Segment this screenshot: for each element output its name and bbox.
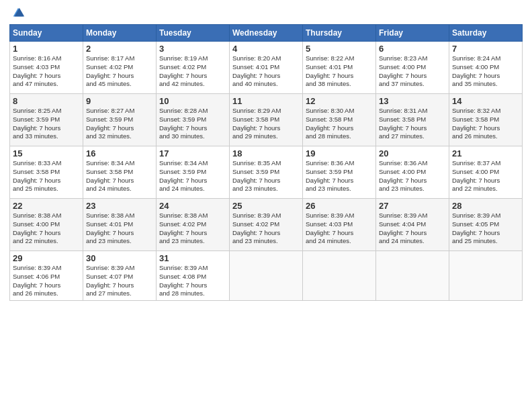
day-number: 4 [232, 44, 300, 54]
weekday-header-saturday: Saturday [449, 25, 523, 42]
day-number: 13 [379, 96, 446, 106]
calendar-cell: 16Sunrise: 8:34 AM Sunset: 3:58 PM Dayli… [83, 146, 157, 199]
day-info: Sunrise: 8:36 AM Sunset: 4:00 PM Dayligh… [379, 159, 446, 193]
day-number: 1 [13, 44, 80, 54]
calendar-cell: 2Sunrise: 8:17 AM Sunset: 4:02 PM Daylig… [83, 42, 157, 94]
calendar-cell: 1Sunrise: 8:16 AM Sunset: 4:03 PM Daylig… [10, 42, 83, 94]
day-number: 21 [452, 148, 519, 158]
week-row-5: 29Sunrise: 8:39 AM Sunset: 4:06 PM Dayli… [10, 251, 523, 301]
day-number: 6 [379, 44, 446, 54]
calendar-cell: 13Sunrise: 8:31 AM Sunset: 3:58 PM Dayli… [376, 94, 449, 146]
day-info: Sunrise: 8:16 AM Sunset: 4:03 PM Dayligh… [13, 54, 80, 89]
calendar-header: SundayMondayTuesdayWednesdayThursdayFrid… [10, 25, 523, 42]
day-info: Sunrise: 8:39 AM Sunset: 4:07 PM Dayligh… [86, 264, 153, 298]
day-number: 27 [379, 201, 446, 211]
day-info: Sunrise: 8:33 AM Sunset: 3:58 PM Dayligh… [13, 159, 80, 193]
day-info: Sunrise: 8:27 AM Sunset: 3:59 PM Dayligh… [86, 107, 153, 141]
day-info: Sunrise: 8:38 AM Sunset: 4:02 PM Dayligh… [159, 212, 226, 246]
day-number: 29 [13, 253, 80, 263]
calendar-cell: 20Sunrise: 8:36 AM Sunset: 4:00 PM Dayli… [376, 146, 449, 199]
day-info: Sunrise: 8:35 AM Sunset: 3:59 PM Dayligh… [232, 159, 300, 193]
day-number: 10 [159, 96, 226, 106]
header [9, 7, 523, 20]
calendar-cell: 27Sunrise: 8:39 AM Sunset: 4:04 PM Dayli… [376, 199, 449, 251]
day-info: Sunrise: 8:34 AM Sunset: 3:58 PM Dayligh… [86, 159, 153, 193]
day-number: 2 [86, 44, 153, 54]
day-number: 17 [159, 148, 226, 158]
calendar-cell [376, 251, 449, 301]
day-number: 8 [13, 96, 80, 106]
calendar-table: SundayMondayTuesdayWednesdayThursdayFrid… [9, 24, 523, 301]
calendar-cell: 15Sunrise: 8:33 AM Sunset: 3:58 PM Dayli… [10, 146, 83, 199]
weekday-header-wednesday: Wednesday [230, 25, 303, 42]
day-info: Sunrise: 8:39 AM Sunset: 4:03 PM Dayligh… [306, 212, 373, 246]
day-info: Sunrise: 8:39 AM Sunset: 4:05 PM Dayligh… [452, 212, 519, 246]
weekday-header-monday: Monday [83, 25, 157, 42]
day-number: 9 [86, 96, 153, 106]
weekday-header-tuesday: Tuesday [157, 25, 230, 42]
day-info: Sunrise: 8:39 AM Sunset: 4:06 PM Dayligh… [13, 264, 80, 298]
day-info: Sunrise: 8:39 AM Sunset: 4:08 PM Dayligh… [159, 264, 226, 298]
day-number: 11 [232, 96, 300, 106]
calendar-cell: 23Sunrise: 8:38 AM Sunset: 4:01 PM Dayli… [83, 199, 157, 251]
day-number: 14 [452, 96, 519, 106]
day-number: 12 [306, 96, 373, 106]
calendar-cell: 24Sunrise: 8:38 AM Sunset: 4:02 PM Dayli… [157, 199, 230, 251]
calendar-cell: 29Sunrise: 8:39 AM Sunset: 4:06 PM Dayli… [10, 251, 83, 301]
day-number: 26 [306, 201, 373, 211]
calendar-cell: 8Sunrise: 8:25 AM Sunset: 3:59 PM Daylig… [10, 94, 83, 146]
day-info: Sunrise: 8:38 AM Sunset: 4:01 PM Dayligh… [86, 212, 153, 246]
calendar-cell: 17Sunrise: 8:34 AM Sunset: 3:59 PM Dayli… [157, 146, 230, 199]
day-number: 30 [86, 253, 153, 263]
day-number: 18 [232, 148, 300, 158]
day-number: 31 [159, 253, 226, 263]
day-info: Sunrise: 8:29 AM Sunset: 3:58 PM Dayligh… [232, 107, 300, 141]
calendar-cell: 12Sunrise: 8:30 AM Sunset: 3:58 PM Dayli… [303, 94, 376, 146]
day-info: Sunrise: 8:36 AM Sunset: 3:59 PM Dayligh… [306, 159, 373, 193]
calendar-cell [230, 251, 303, 301]
weekday-header-thursday: Thursday [303, 25, 376, 42]
day-number: 19 [306, 148, 373, 158]
day-number: 24 [159, 201, 226, 211]
day-info: Sunrise: 8:19 AM Sunset: 4:02 PM Dayligh… [159, 54, 226, 89]
calendar-cell: 22Sunrise: 8:38 AM Sunset: 4:00 PM Dayli… [10, 199, 83, 251]
day-info: Sunrise: 8:25 AM Sunset: 3:59 PM Dayligh… [13, 107, 80, 141]
day-info: Sunrise: 8:37 AM Sunset: 4:00 PM Dayligh… [452, 159, 519, 193]
logo [9, 7, 26, 20]
day-info: Sunrise: 8:39 AM Sunset: 4:04 PM Dayligh… [379, 212, 446, 246]
day-number: 16 [86, 148, 153, 158]
weekday-header-sunday: Sunday [10, 25, 83, 42]
day-number: 5 [306, 44, 373, 54]
week-row-2: 8Sunrise: 8:25 AM Sunset: 3:59 PM Daylig… [10, 94, 523, 146]
calendar-cell [303, 251, 376, 301]
calendar-container: SundayMondayTuesdayWednesdayThursdayFrid… [0, 0, 532, 308]
day-number: 7 [452, 44, 519, 54]
day-number: 23 [86, 201, 153, 211]
day-info: Sunrise: 8:34 AM Sunset: 3:59 PM Dayligh… [159, 159, 226, 193]
calendar-cell: 3Sunrise: 8:19 AM Sunset: 4:02 PM Daylig… [157, 42, 230, 94]
calendar-cell: 9Sunrise: 8:27 AM Sunset: 3:59 PM Daylig… [83, 94, 157, 146]
calendar-cell [449, 251, 523, 301]
week-row-4: 22Sunrise: 8:38 AM Sunset: 4:00 PM Dayli… [10, 199, 523, 251]
day-info: Sunrise: 8:28 AM Sunset: 3:59 PM Dayligh… [159, 107, 226, 141]
calendar-cell: 21Sunrise: 8:37 AM Sunset: 4:00 PM Dayli… [449, 146, 523, 199]
calendar-cell: 19Sunrise: 8:36 AM Sunset: 3:59 PM Dayli… [303, 146, 376, 199]
week-row-3: 15Sunrise: 8:33 AM Sunset: 3:58 PM Dayli… [10, 146, 523, 199]
day-info: Sunrise: 8:32 AM Sunset: 3:58 PM Dayligh… [452, 107, 519, 141]
logo-icon [11, 5, 26, 20]
day-info: Sunrise: 8:17 AM Sunset: 4:02 PM Dayligh… [86, 54, 153, 89]
day-info: Sunrise: 8:31 AM Sunset: 3:58 PM Dayligh… [379, 107, 446, 141]
week-row-1: 1Sunrise: 8:16 AM Sunset: 4:03 PM Daylig… [10, 42, 523, 94]
day-number: 25 [232, 201, 300, 211]
day-info: Sunrise: 8:24 AM Sunset: 4:00 PM Dayligh… [452, 54, 519, 89]
day-info: Sunrise: 8:30 AM Sunset: 3:58 PM Dayligh… [306, 107, 373, 141]
calendar-cell: 6Sunrise: 8:23 AM Sunset: 4:00 PM Daylig… [376, 42, 449, 94]
calendar-cell: 5Sunrise: 8:22 AM Sunset: 4:01 PM Daylig… [303, 42, 376, 94]
calendar-cell: 18Sunrise: 8:35 AM Sunset: 3:59 PM Dayli… [230, 146, 303, 199]
day-info: Sunrise: 8:20 AM Sunset: 4:01 PM Dayligh… [232, 54, 300, 89]
calendar-cell: 11Sunrise: 8:29 AM Sunset: 3:58 PM Dayli… [230, 94, 303, 146]
calendar-cell: 26Sunrise: 8:39 AM Sunset: 4:03 PM Dayli… [303, 199, 376, 251]
calendar-cell: 10Sunrise: 8:28 AM Sunset: 3:59 PM Dayli… [157, 94, 230, 146]
day-number: 15 [13, 148, 80, 158]
calendar-cell: 25Sunrise: 8:39 AM Sunset: 4:02 PM Dayli… [230, 199, 303, 251]
